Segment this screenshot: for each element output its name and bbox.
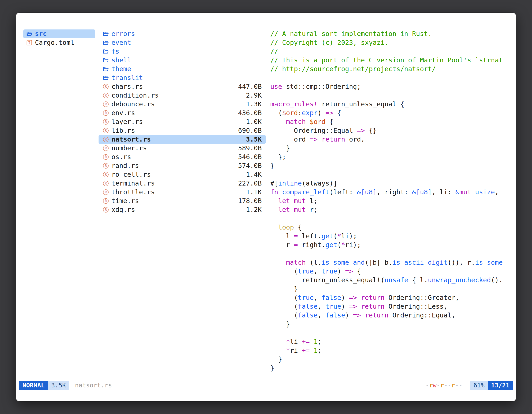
terminal-window: srcTCargo.toml errorseventfsshellthemetr… (16, 13, 516, 401)
rust-logo: R (103, 207, 109, 212)
file-size-badge: 3.5K (48, 381, 69, 390)
file-name: debounce.rs (111, 100, 246, 109)
code-line: use std::cmp::Ordering; (270, 82, 513, 91)
file-name: errors (111, 29, 262, 38)
code-line: #[inline(always)] (270, 179, 513, 188)
file-item-lib.rs[interactable]: Rlib.rs690.0B (99, 126, 266, 135)
rust-logo: R (103, 163, 109, 169)
file-item-terminal.rs[interactable]: Rterminal.rs227.0B (99, 179, 266, 188)
file-item-xdg.rs[interactable]: Rxdg.rs1.2K (99, 205, 266, 214)
file-name: src (35, 29, 91, 38)
parent-item-src[interactable]: src (23, 29, 95, 38)
file-size: 589.0B (238, 144, 262, 153)
code-line: *ri += 1; (270, 346, 513, 355)
file-item-os.rs[interactable]: Ros.rs546.0B (99, 153, 266, 161)
file-name: time.rs (111, 197, 238, 205)
file-item-debounce.rs[interactable]: Rdebounce.rs1.3K (99, 100, 266, 109)
file-item-condition.rs[interactable]: Rcondition.rs2.9K (99, 91, 266, 100)
file-size: 436.0B (238, 109, 262, 117)
file-name: os.rs (111, 153, 238, 161)
file-item-fs[interactable]: fs (99, 47, 266, 56)
rust-file-icon: R (103, 92, 109, 99)
desktop-background: { "parent_pane": { "items": [ { "name": … (0, 0, 532, 414)
file-size: 1.1K (246, 188, 262, 197)
file-item-shell[interactable]: shell (99, 56, 266, 65)
status-right: -rw-r--r-- 61% 13/21 (426, 381, 513, 390)
rust-file-icon: R (103, 119, 109, 125)
file-name: condition.rs (111, 91, 246, 100)
current-pane[interactable]: errorseventfsshellthemetranslitRchars.rs… (99, 29, 266, 214)
perm-char: r (429, 382, 433, 389)
perm-char: - (459, 382, 462, 389)
file-name: natsort.rs (111, 135, 246, 144)
code-line: ($ord:expr) => { (270, 109, 513, 117)
status-filename: natsort.rs (75, 381, 112, 390)
perm-char: - (437, 382, 440, 389)
file-item-number.rs[interactable]: Rnumber.rs589.0B (99, 144, 266, 153)
code-line: // Copyright (c) 2023, sxyazi. (270, 38, 513, 47)
code-line (270, 214, 513, 223)
file-item-ro_cell.rs[interactable]: Rro_cell.rs1.4K (99, 170, 266, 179)
file-name: throttle.rs (111, 188, 246, 197)
file-item-rand.rs[interactable]: Rrand.rs574.0B (99, 161, 266, 170)
code-line: } (270, 161, 513, 170)
rust-file-icon: R (103, 198, 109, 204)
file-name: terminal.rs (111, 179, 238, 188)
code-line: match (l.is_some_and(|b| b.is_ascii_digi… (270, 258, 513, 267)
file-name: theme (111, 65, 262, 73)
file-item-errors[interactable]: errors (99, 29, 266, 38)
rust-logo: R (103, 172, 109, 177)
code-line: r = right.get(*ri); (270, 241, 513, 249)
rust-logo: R (103, 198, 109, 204)
file-item-chars.rs[interactable]: Rchars.rs447.0B (99, 82, 266, 91)
file-name: rand.rs (111, 161, 238, 170)
file-name: layer.rs (111, 117, 246, 126)
code-line (270, 170, 513, 179)
position-badge: 13/21 (488, 381, 513, 390)
folder-icon (103, 31, 109, 37)
file-item-throttle.rs[interactable]: Rthrottle.rs1.1K (99, 188, 266, 197)
rust-file-icon: R (103, 110, 109, 116)
code-line: return_unless_equal!(unsafe { l.unwrap_u… (270, 276, 513, 285)
file-name: shell (111, 56, 262, 65)
code-line: ord => return ord, (270, 135, 513, 144)
file-item-layer.rs[interactable]: Rlayer.rs1.0K (99, 117, 266, 126)
file-name: lib.rs (111, 126, 238, 135)
file-name: ro_cell.rs (111, 170, 246, 179)
preview-pane[interactable]: // A natural sort implementation in Rust… (270, 29, 513, 373)
rust-file-icon: R (103, 172, 109, 178)
file-size: 2.9K (246, 91, 262, 100)
percent-badge: 61% (470, 381, 488, 390)
rust-logo: R (103, 84, 109, 89)
folder-icon (103, 75, 109, 81)
file-name: translit (111, 73, 262, 82)
file-item-theme[interactable]: theme (99, 65, 266, 73)
perm-char: r (451, 382, 455, 389)
perm-char: - (426, 382, 429, 389)
code-line: }; (270, 153, 513, 161)
perm-char: - (447, 382, 451, 389)
mode-badge: NORMAL (19, 381, 48, 390)
file-item-env.rs[interactable]: Renv.rs436.0B (99, 109, 266, 117)
file-size: 1.0K (246, 117, 262, 126)
file-item-time.rs[interactable]: Rtime.rs178.0B (99, 197, 266, 205)
code-line (270, 91, 513, 100)
file-item-event[interactable]: event (99, 38, 266, 47)
code-line: // This is a port of the C version of Ma… (270, 56, 513, 65)
code-line: (true, false) => return Ordering::Greate… (270, 293, 513, 302)
status-bar: NORMAL 3.5K natsort.rs -rw-r--r-- 61% 13… (19, 381, 513, 390)
file-size: 3.5K (246, 135, 262, 144)
code-line: l = left.get(*li); (270, 232, 513, 241)
parent-item-Cargo.toml[interactable]: TCargo.toml (23, 38, 95, 47)
code-line: // (270, 47, 513, 56)
rust-logo: R (103, 119, 109, 125)
code-line: (true, true) => { (270, 267, 513, 276)
parent-pane[interactable]: srcTCargo.toml (23, 29, 95, 47)
code-line: } (270, 285, 513, 293)
file-permissions: -rw-r--r-- (426, 381, 463, 390)
file-size: 1.4K (246, 170, 262, 179)
file-item-translit[interactable]: translit (99, 73, 266, 82)
file-item-natsort.rs[interactable]: Rnatsort.rs3.5K (99, 135, 266, 144)
folder-icon (103, 57, 109, 63)
code-line: *li += 1; (270, 337, 513, 346)
